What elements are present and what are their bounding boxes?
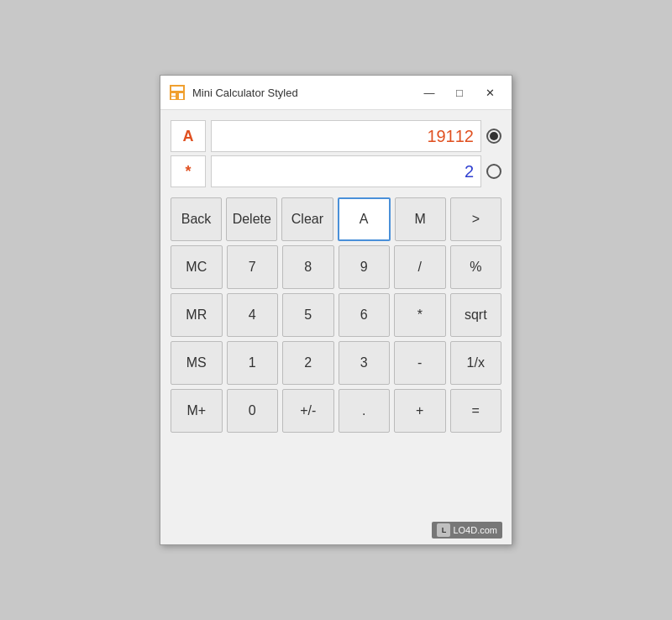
btn-add[interactable]: +	[394, 389, 446, 433]
btn-ms[interactable]: MS	[171, 341, 223, 385]
window-controls: — □ ✕	[416, 82, 503, 102]
btn-mul[interactable]: *	[394, 293, 446, 337]
svg-rect-1	[171, 87, 183, 91]
display-label-a: A	[171, 120, 206, 152]
buttons-area: Back Delete Clear A M > MC 7 8 9 / %	[171, 197, 501, 433]
watermark-logo: L	[437, 523, 450, 537]
btn-back[interactable]: Back	[171, 197, 222, 241]
btn-8[interactable]: 8	[282, 245, 334, 289]
button-row-1: Back Delete Clear A M >	[171, 197, 501, 241]
svg-rect-4	[179, 93, 183, 99]
calculator-body: A 19112 * 2 Back Delete Clear A M >	[160, 110, 512, 443]
btn-sqrt[interactable]: sqrt	[450, 293, 502, 337]
display-label-b: *	[171, 155, 206, 187]
display-row-b: * 2	[171, 155, 501, 187]
btn-sub[interactable]: -	[394, 341, 446, 385]
button-row-3: MR 4 5 6 * sqrt	[171, 293, 501, 337]
btn-m[interactable]: M	[395, 197, 446, 241]
btn-gt[interactable]: >	[450, 197, 501, 241]
watermark-text: LO4D.com	[453, 525, 497, 535]
btn-dot[interactable]: .	[339, 389, 391, 433]
btn-mc[interactable]: MC	[171, 245, 223, 289]
btn-a[interactable]: A	[338, 197, 391, 241]
svg-rect-2	[171, 93, 176, 96]
maximize-button[interactable]: □	[446, 82, 473, 102]
btn-mr[interactable]: MR	[171, 293, 223, 337]
display-value-a: 19112	[211, 120, 481, 152]
minimize-button[interactable]: —	[416, 82, 443, 102]
btn-3[interactable]: 3	[339, 341, 391, 385]
calculator-window: Mini Calculator Styled — □ ✕ A 19112 * 2	[160, 75, 512, 545]
btn-1[interactable]: 1	[227, 341, 279, 385]
app-icon	[169, 84, 186, 101]
window-title: Mini Calculator Styled	[192, 87, 409, 99]
button-row-4: MS 1 2 3 - 1/x	[171, 341, 501, 385]
display-row-a: A 19112	[171, 120, 501, 152]
btn-5[interactable]: 5	[282, 293, 334, 337]
btn-clear[interactable]: Clear	[281, 197, 333, 241]
btn-delete[interactable]: Delete	[226, 197, 277, 241]
btn-sign[interactable]: +/-	[282, 389, 334, 433]
btn-div[interactable]: /	[394, 245, 446, 289]
btn-2[interactable]: 2	[282, 341, 334, 385]
btn-6[interactable]: 6	[339, 293, 391, 337]
btn-pct[interactable]: %	[450, 245, 502, 289]
btn-eq[interactable]: =	[450, 389, 502, 433]
radio-a[interactable]	[486, 129, 501, 144]
btn-9[interactable]: 9	[339, 245, 391, 289]
radio-b[interactable]	[486, 164, 501, 179]
btn-inv[interactable]: 1/x	[450, 341, 502, 385]
btn-4[interactable]: 4	[227, 293, 279, 337]
btn-mplus[interactable]: M+	[171, 389, 223, 433]
title-bar: Mini Calculator Styled — □ ✕	[160, 76, 512, 110]
button-row-2: MC 7 8 9 / %	[171, 245, 501, 289]
button-row-5: M+ 0 +/- . + =	[171, 389, 501, 433]
btn-0[interactable]: 0	[227, 389, 279, 433]
display-value-b: 2	[211, 155, 481, 187]
close-button[interactable]: ✕	[476, 82, 503, 102]
btn-7[interactable]: 7	[227, 245, 279, 289]
watermark: L LO4D.com	[432, 522, 502, 539]
svg-rect-3	[171, 97, 176, 99]
